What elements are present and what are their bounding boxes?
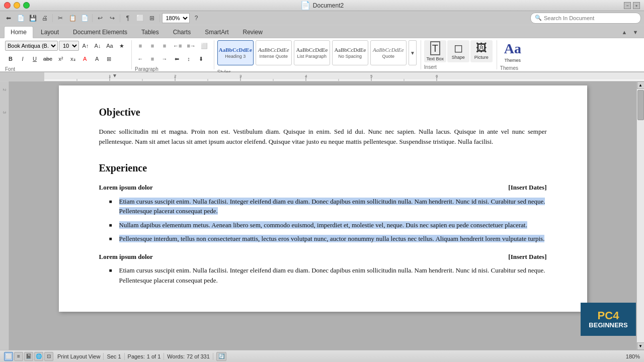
para-row2: ← ≡ → ⬅ ↕ ⬇	[135, 53, 206, 64]
font-family-selector[interactable]: Book Antiqua (B...	[5, 41, 58, 51]
justify-button[interactable]: ⬅	[171, 53, 182, 64]
win-expand-button[interactable]: +	[633, 2, 640, 9]
font-row1: Book Antiqua (B... 10 11 12 14 A↑ A↓ Aa …	[5, 40, 127, 51]
picture-label: Picture	[474, 55, 489, 60]
italic-button[interactable]: I	[17, 53, 28, 64]
bold-button[interactable]: B	[5, 53, 16, 64]
window-title: Document2	[313, 2, 344, 9]
new-doc-button[interactable]: 📄	[15, 13, 26, 24]
style-quote-preview: AaBbCcDdEe	[373, 47, 404, 53]
ribbon-collapse-button[interactable]: ▲	[620, 28, 629, 37]
quick-access-toolbar: ⬅ 📄 💾 🖨 ✂ 📋 📄 ↩ ↪ ¶ ⬜ ⊞ 180% 100% 150% ?…	[0, 11, 644, 25]
line-spacing-button[interactable]: ↕	[183, 53, 194, 64]
back-button[interactable]: ⬅	[3, 13, 14, 24]
format-button[interactable]: ¶	[122, 13, 133, 24]
document-icon: 📄	[300, 1, 310, 10]
style-list-paragraph[interactable]: AaBbCcDdEe List Paragraph	[294, 40, 330, 65]
table-grid-button[interactable]: ⬜	[199, 40, 210, 51]
indent-button[interactable]: ⬜	[134, 13, 145, 24]
paste-button[interactable]: 📄	[79, 13, 90, 24]
print-button[interactable]: 🖨	[39, 13, 50, 24]
cut-button[interactable]: ✂	[55, 13, 66, 24]
style-heading3[interactable]: AaBbCcDdEe Heading 3	[217, 40, 254, 65]
font-size-selector[interactable]: 10 11 12 14	[59, 41, 79, 51]
picture-button[interactable]: 🖼 Picture	[470, 40, 493, 62]
watermark-badge: PC4 BEGINNERS	[581, 303, 636, 336]
underline-button[interactable]: U	[29, 53, 40, 64]
status-divider-4	[213, 353, 213, 360]
toolbar-separator	[52, 14, 53, 22]
minimize-button[interactable]	[14, 2, 20, 9]
scroll-thumb[interactable]	[637, 90, 644, 120]
font-color-button[interactable]: A	[79, 53, 91, 64]
themes-button[interactable]: Aa Themes	[500, 40, 525, 63]
bullets-button[interactable]: ≡	[135, 40, 146, 51]
track-changes-button[interactable]: 🔄	[216, 352, 226, 361]
shape-button[interactable]: ◻ Shape	[447, 40, 469, 62]
strikethrough-button[interactable]: abc	[41, 53, 54, 64]
highlight-button[interactable]: A	[92, 53, 103, 64]
copy-button[interactable]: 📋	[67, 13, 78, 24]
style-intense-quote-label: Intense Quote	[260, 54, 288, 59]
maximize-button[interactable]	[23, 2, 30, 9]
shading-button[interactable]: ⬇	[195, 53, 206, 64]
font-grow-button[interactable]: A↑	[80, 40, 91, 51]
align-left-button[interactable]: ←	[135, 53, 146, 64]
pages-label: Pages:	[128, 353, 145, 359]
save-button[interactable]: 💾	[27, 13, 38, 24]
list-button[interactable]: ⊞	[146, 13, 157, 24]
search-box[interactable]: 🔍	[530, 13, 641, 24]
help-button[interactable]: ?	[191, 13, 202, 24]
align-center-button[interactable]: ≡	[147, 53, 158, 64]
tab-layout[interactable]: Layout	[34, 26, 65, 38]
indent-para-button[interactable]: ≡→	[185, 40, 197, 51]
list-styles-button[interactable]: ≡	[159, 40, 170, 51]
text-effects-button[interactable]: ⊞	[104, 53, 115, 64]
textbox-button[interactable]: T Text Box	[424, 40, 446, 62]
watermark-top-text: PC4	[598, 310, 619, 322]
superscript-button[interactable]: x²	[55, 53, 66, 64]
style-no-spacing[interactable]: AaBbCcDdEe No Spacing	[332, 40, 368, 65]
vertical-scrollbar[interactable]: ▲ ▼	[636, 81, 644, 350]
focus-view-button[interactable]: ⊡	[44, 352, 53, 361]
themes-group: Aa Themes Themes	[498, 40, 529, 69]
zoom-level: 180%	[626, 353, 640, 359]
redo-button[interactable]: ↪	[107, 13, 118, 24]
close-button[interactable]	[4, 2, 11, 9]
ribbon-corner-controls: ▲ ▼	[620, 28, 640, 38]
tab-home[interactable]: Home	[4, 26, 33, 38]
print-layout-view-button[interactable]: ⬜	[4, 352, 13, 361]
win-collapse-button[interactable]: −	[624, 2, 631, 9]
numbering-button[interactable]: ≡	[147, 40, 158, 51]
bullet-item: Pellentesque interdum, tellus non consec…	[109, 234, 547, 244]
align-right-button[interactable]: →	[159, 53, 170, 64]
document-area[interactable]: Objective Donec sollicitudin mi et magna…	[9, 81, 636, 350]
change-case-button[interactable]: Aa	[104, 40, 115, 51]
zoom-selector[interactable]: 180% 100% 150%	[162, 13, 190, 23]
notebook-view-button[interactable]: 📓	[24, 352, 33, 361]
undo-button[interactable]: ↩	[95, 13, 106, 24]
job2-row: Lorem ipsum dolor [Insert Dates]	[99, 252, 547, 262]
subscript-button[interactable]: x₂	[67, 53, 78, 64]
outline-view-button[interactable]: ≡	[14, 352, 23, 361]
picture-icon: 🖼	[476, 43, 487, 54]
scroll-up-button[interactable]: ▲	[637, 81, 645, 89]
ruler-content[interactable]: 1 2 3 4 5 6	[44, 72, 644, 81]
tab-charts[interactable]: Charts	[167, 26, 197, 38]
font-shrink-button[interactable]: A↓	[92, 40, 103, 51]
tab-document-elements[interactable]: Document Elements	[66, 26, 134, 38]
tab-smartart[interactable]: SmartArt	[198, 26, 235, 38]
scroll-track[interactable]	[637, 89, 644, 342]
scroll-down-button[interactable]: ▼	[637, 342, 645, 350]
tab-review[interactable]: Review	[236, 26, 269, 38]
styles-next-button[interactable]: ▼	[409, 40, 417, 65]
outdent-button[interactable]: ←≡	[171, 40, 184, 51]
window-controls[interactable]	[4, 2, 30, 9]
clear-format-button[interactable]: ★	[116, 40, 127, 51]
search-input[interactable]	[544, 15, 634, 21]
web-view-button[interactable]: 🌐	[34, 352, 43, 361]
ribbon-expand-button[interactable]: ▼	[631, 28, 640, 37]
tab-tables[interactable]: Tables	[135, 26, 166, 38]
style-intense-quote[interactable]: AaBbCcDdEe Intense Quote	[256, 40, 292, 65]
style-quote[interactable]: AaBbCcDdEe Quote	[370, 40, 407, 65]
